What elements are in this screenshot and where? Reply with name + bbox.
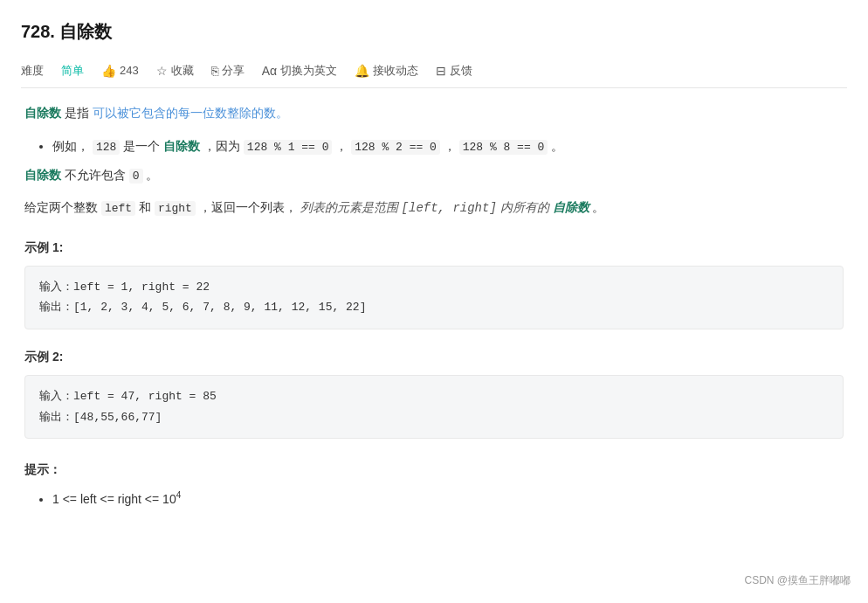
desc-line3-comma: ，返回一个列表， xyxy=(199,200,297,214)
term-selfDiv-bullet: 自除数 xyxy=(163,139,200,153)
collect-label: 收藏 xyxy=(171,62,194,80)
difficulty-value[interactable]: 简单 xyxy=(61,62,84,80)
term-selfDiv-1: 自除数 xyxy=(24,106,61,120)
share-button[interactable]: ⎘ 分享 xyxy=(211,61,245,80)
term-selfDiv-3: 自除数 xyxy=(553,200,589,214)
share-icon: ⎘ xyxy=(211,61,218,80)
problem-title: 728. 自除数 xyxy=(21,17,847,45)
code-zero: 0 xyxy=(129,169,143,184)
example1-block: 输入：left = 1, right = 22 输出：[1, 2, 3, 4, … xyxy=(24,266,844,329)
like-count: 243 xyxy=(120,62,139,80)
desc-line2-part3: 。 xyxy=(146,168,158,182)
term-selfDiv-2: 自除数 xyxy=(24,168,61,182)
bullet-sep1: ， xyxy=(335,139,351,153)
code-calc3: 128 % 8 == 0 xyxy=(459,140,548,155)
bullet-end: 。 xyxy=(551,139,563,153)
star-icon: ☆ xyxy=(156,61,168,80)
desc-line3-end: 。 xyxy=(592,200,604,214)
bullet-reason: ，因为 xyxy=(203,139,244,153)
example1-title: 示例 1: xyxy=(24,238,844,257)
code-bracket: [left, right] xyxy=(402,201,497,215)
bullet-mid: 是一个 xyxy=(123,139,163,153)
hint-title: 提示： xyxy=(24,460,844,479)
collect-button[interactable]: ☆ 收藏 xyxy=(156,61,194,80)
code-left: left xyxy=(101,201,135,216)
description-line3: 给定两个整数 left 和 right ，返回一个列表， 列表的元素是范围 [l… xyxy=(24,197,844,219)
example1-output: 输出：[1, 2, 3, 4, 5, 6, 7, 8, 9, 11, 12, 1… xyxy=(39,297,829,317)
code-calc2: 128 % 2 == 0 xyxy=(351,140,440,155)
hint-list: 1 <= left <= right <= 104 xyxy=(52,488,844,510)
share-label: 分享 xyxy=(222,62,245,80)
example2-output: 输出：[48,55,66,77] xyxy=(39,407,829,427)
description-line2: 自除数 不允许包含 0 。 xyxy=(24,164,844,186)
example2-block: 输入：left = 47, right = 85 输出：[48,55,66,77… xyxy=(24,375,844,439)
desc-line3-and: 和 xyxy=(139,200,155,214)
bullet-list: 例如， 128 是一个 自除数 ，因为 128 % 1 == 0 ， 128 %… xyxy=(52,135,844,157)
bullet-prefix: 例如， xyxy=(52,139,89,153)
content-area: 自除数 是指 可以被它包含的每一位数整除的数。 例如， 128 是一个 自除数 … xyxy=(21,102,847,510)
toolbar: 难度 简单 👍 243 ☆ 收藏 ⎘ 分享 Aα 切换为英文 🔔 接收动态 ⊟ … xyxy=(21,54,847,88)
bell-icon: 🔔 xyxy=(355,61,369,80)
example2-input: 输入：left = 47, right = 85 xyxy=(39,386,829,406)
feedback-icon: ⊟ xyxy=(436,61,446,80)
description-line1: 自除数 是指 可以被它包含的每一位数整除的数。 xyxy=(24,102,844,124)
code-128: 128 xyxy=(93,140,120,155)
bullet-item-1: 例如， 128 是一个 自除数 ，因为 128 % 1 == 0 ， 128 %… xyxy=(52,135,844,157)
desc-part1: 是指 xyxy=(65,106,89,120)
code-right: right xyxy=(155,201,196,216)
notify-label: 接收动态 xyxy=(373,62,418,80)
translate-label: 切换为英文 xyxy=(280,62,337,80)
example1-input: 输入：left = 1, right = 22 xyxy=(39,277,829,297)
desc-line3-italic2: 内所有的 xyxy=(500,200,553,214)
hint-item1-sup: 4 xyxy=(176,490,182,500)
desc-line3-prefix: 给定两个整数 xyxy=(24,200,101,214)
like-button[interactable]: 👍 243 xyxy=(101,61,139,80)
bullet-sep2: ， xyxy=(444,139,459,153)
translate-button[interactable]: Aα 切换为英文 xyxy=(262,61,337,80)
desc-link: 可以被它包含的每一位数整除的数。 xyxy=(93,106,288,120)
notify-button[interactable]: 🔔 接收动态 xyxy=(355,61,418,80)
desc-line3-italic1: 列表的元素是范围 xyxy=(300,200,402,214)
feedback-button[interactable]: ⊟ 反馈 xyxy=(436,61,472,80)
like-icon: 👍 xyxy=(101,61,116,80)
example2-title: 示例 2: xyxy=(24,347,844,366)
desc-line2-part2: 不允许包含 xyxy=(65,168,129,182)
feedback-label: 反馈 xyxy=(450,62,472,80)
code-calc: 128 % 1 == 0 xyxy=(244,140,333,155)
hint-item-1: 1 <= left <= right <= 104 xyxy=(52,488,844,510)
hint-item1-text: 1 <= left <= right <= 10 xyxy=(52,492,176,506)
translate-icon: Aα xyxy=(262,61,277,80)
difficulty-label: 难度 xyxy=(21,62,44,80)
hint-section: 提示： 1 <= left <= right <= 104 xyxy=(24,460,844,510)
